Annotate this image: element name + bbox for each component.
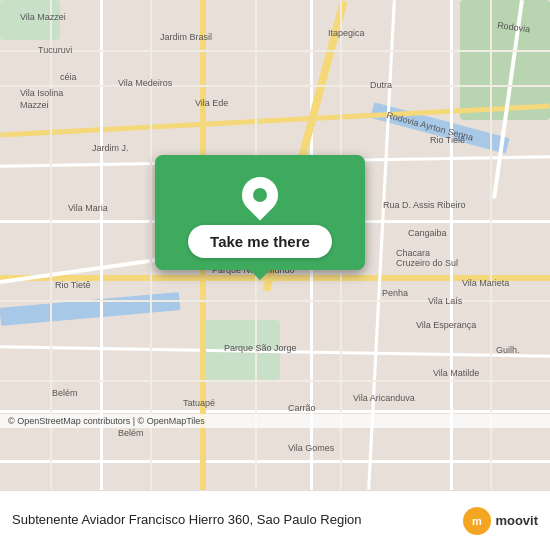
road-grid4: [0, 380, 550, 382]
moovit-logo: m moovit: [463, 507, 538, 535]
road-h6: [0, 460, 550, 463]
moovit-svg: m: [468, 512, 486, 530]
location-description: Subtenente Aviador Francisco Hierro 360,…: [12, 512, 463, 529]
moovit-icon: m: [463, 507, 491, 535]
road-grid2: [0, 85, 550, 87]
moovit-text: moovit: [495, 513, 538, 528]
road-main-h: [0, 275, 550, 281]
take-me-there-button[interactable]: Take me there: [188, 225, 332, 258]
map-container: Vila Mazzei Tucuruvi Jardim Brasil Itape…: [0, 0, 550, 490]
bottom-bar: Subtenente Aviador Francisco Hierro 360,…: [0, 490, 550, 550]
road-grid3: [0, 300, 550, 302]
road-h5: [0, 410, 550, 413]
location-popup: Take me there: [155, 155, 365, 270]
attribution-text: © OpenStreetMap contributors | © OpenMap…: [8, 416, 205, 426]
map-attribution: © OpenStreetMap contributors | © OpenMap…: [0, 414, 550, 428]
svg-text:m: m: [472, 515, 482, 527]
location-pin: [242, 177, 278, 213]
road-grid1: [0, 50, 550, 52]
